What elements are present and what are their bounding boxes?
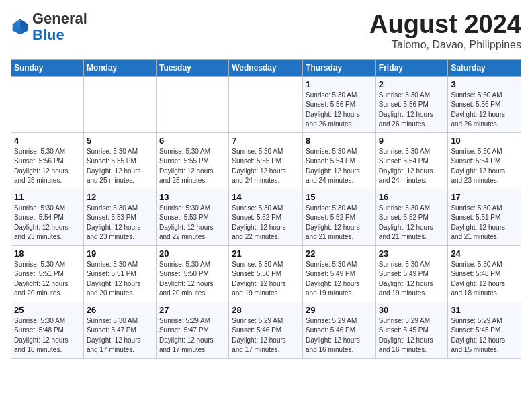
calendar-cell: 1Sunrise: 5:30 AM Sunset: 5:56 PM Daylig… <box>303 76 376 132</box>
day-number: 9 <box>379 136 445 146</box>
day-info: Sunrise: 5:29 AM Sunset: 5:45 PM Dayligh… <box>379 316 445 355</box>
day-info: Sunrise: 5:30 AM Sunset: 5:55 PM Dayligh… <box>159 147 226 186</box>
calendar-cell: 14Sunrise: 5:30 AM Sunset: 5:52 PM Dayli… <box>229 189 303 245</box>
day-number: 19 <box>87 248 153 259</box>
weekday-header-monday: Monday <box>83 59 156 76</box>
calendar-cell: 18Sunrise: 5:30 AM Sunset: 5:51 PM Dayli… <box>11 245 84 302</box>
day-info: Sunrise: 5:30 AM Sunset: 5:56 PM Dayligh… <box>306 91 373 130</box>
day-number: 25 <box>14 305 81 315</box>
calendar-week-1: 1Sunrise: 5:30 AM Sunset: 5:56 PM Daylig… <box>11 76 521 132</box>
day-info: Sunrise: 5:29 AM Sunset: 5:46 PM Dayligh… <box>232 316 300 355</box>
logo-text: General Blue <box>32 11 87 43</box>
calendar-cell: 28Sunrise: 5:29 AM Sunset: 5:46 PM Dayli… <box>229 302 303 358</box>
day-info: Sunrise: 5:29 AM Sunset: 5:45 PM Dayligh… <box>451 316 518 355</box>
calendar-cell: 23Sunrise: 5:30 AM Sunset: 5:49 PM Dayli… <box>375 245 448 302</box>
calendar-cell: 8Sunrise: 5:30 AM Sunset: 5:54 PM Daylig… <box>303 132 376 189</box>
calendar-cell: 20Sunrise: 5:30 AM Sunset: 5:50 PM Dayli… <box>156 245 228 302</box>
day-number: 29 <box>306 305 373 315</box>
calendar-week-2: 4Sunrise: 5:30 AM Sunset: 5:56 PM Daylig… <box>11 132 521 189</box>
calendar-cell: 17Sunrise: 5:30 AM Sunset: 5:51 PM Dayli… <box>448 189 521 245</box>
day-info: Sunrise: 5:30 AM Sunset: 5:50 PM Dayligh… <box>159 260 226 299</box>
weekday-header-tuesday: Tuesday <box>156 59 228 76</box>
calendar-body: 1Sunrise: 5:30 AM Sunset: 5:56 PM Daylig… <box>11 76 521 358</box>
day-number: 4 <box>14 136 81 146</box>
day-info: Sunrise: 5:30 AM Sunset: 5:55 PM Dayligh… <box>87 147 153 186</box>
calendar-cell: 29Sunrise: 5:29 AM Sunset: 5:46 PM Dayli… <box>303 302 376 358</box>
day-number: 1 <box>306 79 373 89</box>
day-number: 17 <box>451 192 518 202</box>
day-number: 7 <box>232 136 300 146</box>
calendar-cell: 27Sunrise: 5:29 AM Sunset: 5:47 PM Dayli… <box>156 302 228 358</box>
day-info: Sunrise: 5:30 AM Sunset: 5:49 PM Dayligh… <box>306 260 373 299</box>
calendar-cell <box>156 76 228 132</box>
day-number: 11 <box>14 192 81 202</box>
calendar-cell: 11Sunrise: 5:30 AM Sunset: 5:54 PM Dayli… <box>11 189 84 245</box>
day-info: Sunrise: 5:29 AM Sunset: 5:47 PM Dayligh… <box>159 316 226 355</box>
calendar-cell: 21Sunrise: 5:30 AM Sunset: 5:50 PM Dayli… <box>229 245 303 302</box>
day-info: Sunrise: 5:30 AM Sunset: 5:48 PM Dayligh… <box>14 316 81 355</box>
day-number: 15 <box>306 192 373 202</box>
day-number: 27 <box>159 305 226 315</box>
weekday-header-wednesday: Wednesday <box>229 59 303 76</box>
calendar-cell: 19Sunrise: 5:30 AM Sunset: 5:51 PM Dayli… <box>83 245 156 302</box>
day-number: 14 <box>232 192 300 202</box>
day-info: Sunrise: 5:30 AM Sunset: 5:56 PM Dayligh… <box>451 91 518 130</box>
calendar-cell: 13Sunrise: 5:30 AM Sunset: 5:53 PM Dayli… <box>156 189 228 245</box>
day-info: Sunrise: 5:30 AM Sunset: 5:52 PM Dayligh… <box>306 203 373 242</box>
day-number: 3 <box>451 79 518 89</box>
day-number: 26 <box>87 305 153 315</box>
calendar-cell: 30Sunrise: 5:29 AM Sunset: 5:45 PM Dayli… <box>375 302 448 358</box>
calendar-cell: 4Sunrise: 5:30 AM Sunset: 5:56 PM Daylig… <box>11 132 84 189</box>
day-info: Sunrise: 5:30 AM Sunset: 5:50 PM Dayligh… <box>232 260 300 299</box>
title-block: August 2024 Talomo, Davao, Philippines <box>369 11 521 51</box>
calendar-cell: 5Sunrise: 5:30 AM Sunset: 5:55 PM Daylig… <box>83 132 156 189</box>
logo: General Blue <box>11 11 87 43</box>
calendar-cell: 7Sunrise: 5:30 AM Sunset: 5:55 PM Daylig… <box>229 132 303 189</box>
day-info: Sunrise: 5:30 AM Sunset: 5:54 PM Dayligh… <box>379 147 445 186</box>
day-number: 24 <box>451 248 518 259</box>
day-info: Sunrise: 5:30 AM Sunset: 5:54 PM Dayligh… <box>451 147 518 186</box>
day-number: 18 <box>14 248 81 259</box>
day-number: 31 <box>451 305 518 315</box>
day-info: Sunrise: 5:30 AM Sunset: 5:48 PM Dayligh… <box>451 260 518 299</box>
calendar-cell: 6Sunrise: 5:30 AM Sunset: 5:55 PM Daylig… <box>156 132 228 189</box>
day-number: 20 <box>159 248 226 259</box>
calendar-week-4: 18Sunrise: 5:30 AM Sunset: 5:51 PM Dayli… <box>11 245 521 302</box>
weekday-row: SundayMondayTuesdayWednesdayThursdayFrid… <box>11 59 521 76</box>
day-info: Sunrise: 5:30 AM Sunset: 5:51 PM Dayligh… <box>87 260 153 299</box>
page-header: General Blue August 2024 Talomo, Davao, … <box>11 11 521 51</box>
day-info: Sunrise: 5:30 AM Sunset: 5:47 PM Dayligh… <box>87 316 153 355</box>
day-number: 12 <box>87 192 153 202</box>
day-info: Sunrise: 5:30 AM Sunset: 5:54 PM Dayligh… <box>14 203 81 242</box>
calendar-cell <box>229 76 303 132</box>
weekday-header-sunday: Sunday <box>11 59 84 76</box>
calendar-cell <box>11 76 84 132</box>
day-info: Sunrise: 5:30 AM Sunset: 5:53 PM Dayligh… <box>87 203 153 242</box>
calendar-cell: 31Sunrise: 5:29 AM Sunset: 5:45 PM Dayli… <box>448 302 521 358</box>
calendar-cell: 26Sunrise: 5:30 AM Sunset: 5:47 PM Dayli… <box>83 302 156 358</box>
calendar-week-3: 11Sunrise: 5:30 AM Sunset: 5:54 PM Dayli… <box>11 189 521 245</box>
calendar-cell: 15Sunrise: 5:30 AM Sunset: 5:52 PM Dayli… <box>303 189 376 245</box>
day-number: 10 <box>451 136 518 146</box>
day-number: 8 <box>306 136 373 146</box>
day-number: 23 <box>379 248 445 259</box>
day-number: 28 <box>232 305 300 315</box>
day-info: Sunrise: 5:30 AM Sunset: 5:51 PM Dayligh… <box>451 203 518 242</box>
calendar-cell: 2Sunrise: 5:30 AM Sunset: 5:56 PM Daylig… <box>375 76 448 132</box>
calendar-cell: 12Sunrise: 5:30 AM Sunset: 5:53 PM Dayli… <box>83 189 156 245</box>
calendar-cell <box>83 76 156 132</box>
day-info: Sunrise: 5:30 AM Sunset: 5:52 PM Dayligh… <box>232 203 300 242</box>
calendar-week-5: 25Sunrise: 5:30 AM Sunset: 5:48 PM Dayli… <box>11 302 521 358</box>
weekday-header-saturday: Saturday <box>448 59 521 76</box>
weekday-header-thursday: Thursday <box>303 59 376 76</box>
calendar-cell: 25Sunrise: 5:30 AM Sunset: 5:48 PM Dayli… <box>11 302 84 358</box>
day-info: Sunrise: 5:30 AM Sunset: 5:52 PM Dayligh… <box>379 203 445 242</box>
calendar-table: SundayMondayTuesdayWednesdayThursdayFrid… <box>11 59 521 359</box>
day-info: Sunrise: 5:30 AM Sunset: 5:53 PM Dayligh… <box>159 203 226 242</box>
calendar-cell: 9Sunrise: 5:30 AM Sunset: 5:54 PM Daylig… <box>375 132 448 189</box>
day-number: 2 <box>379 79 445 89</box>
day-info: Sunrise: 5:29 AM Sunset: 5:46 PM Dayligh… <box>306 316 373 355</box>
calendar-header: SundayMondayTuesdayWednesdayThursdayFrid… <box>11 59 521 76</box>
day-info: Sunrise: 5:30 AM Sunset: 5:49 PM Dayligh… <box>379 260 445 299</box>
calendar-cell: 22Sunrise: 5:30 AM Sunset: 5:49 PM Dayli… <box>303 245 376 302</box>
